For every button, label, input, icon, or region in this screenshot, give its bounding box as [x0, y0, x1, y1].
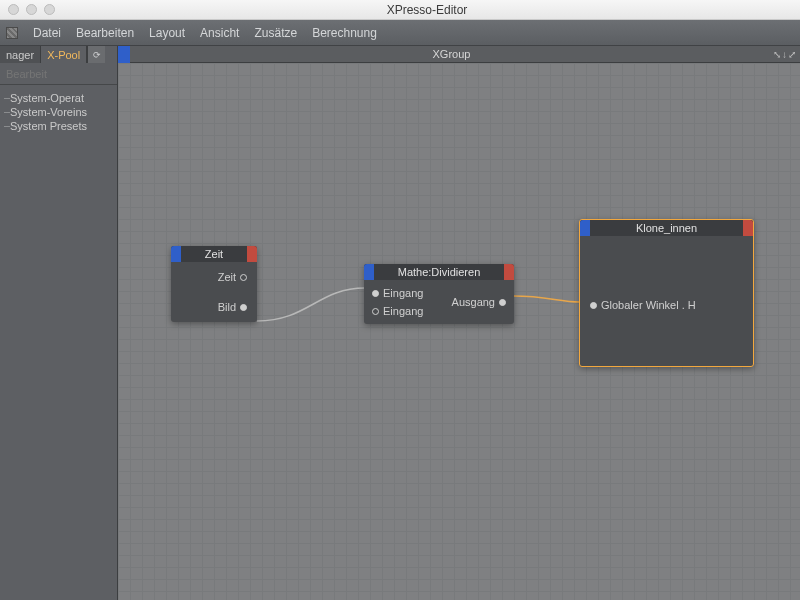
- node-output-handle[interactable]: [247, 246, 257, 262]
- menu-datei[interactable]: Datei: [33, 26, 61, 40]
- sidebar-tab-manager[interactable]: nager: [0, 46, 41, 63]
- zoom-window-button[interactable]: [44, 4, 55, 15]
- close-window-button[interactable]: [8, 4, 19, 15]
- node-klone-title: Klone_innen: [636, 222, 697, 234]
- node-mathe-title: Mathe:Dividieren: [398, 266, 481, 278]
- canvas-header-handle[interactable]: [118, 46, 130, 63]
- port-dot-icon[interactable]: [499, 299, 506, 306]
- canvas-header: XGroup ⤡ ↓ ⤢: [118, 46, 800, 63]
- node-input-handle[interactable]: [580, 220, 590, 236]
- node-zeit-title: Zeit: [205, 248, 223, 260]
- arrow-down-icon[interactable]: ↓: [782, 49, 787, 60]
- sidebar-search: 🔍: [0, 63, 117, 85]
- node-input-handle[interactable]: [171, 246, 181, 262]
- sidebar-tab-xpool[interactable]: X-Pool: [41, 46, 87, 63]
- node-klone-innen[interactable]: Klone_innen Globaler Winkel . H: [579, 219, 754, 367]
- resize-diag-icon[interactable]: ⤡: [773, 49, 781, 60]
- node-mathe-header[interactable]: Mathe:Dividieren: [364, 264, 514, 280]
- menu-bearbeiten[interactable]: Bearbeiten: [76, 26, 134, 40]
- window-titlebar: XPresso-Editor: [0, 0, 800, 20]
- sidebar-item-system-voreins[interactable]: System-Voreins: [0, 105, 117, 119]
- port-mathe-in-1[interactable]: Eingang: [368, 284, 423, 302]
- resize-diag-icon[interactable]: ⤢: [788, 49, 796, 60]
- port-dot-icon[interactable]: [372, 308, 379, 315]
- port-dot-icon[interactable]: [240, 304, 247, 311]
- canvas-title: XGroup: [130, 48, 773, 60]
- node-zeit-header[interactable]: Zeit: [171, 246, 257, 262]
- port-dot-icon[interactable]: [240, 274, 247, 281]
- main-menu: Datei Bearbeiten Layout Ansicht Zusätze …: [0, 20, 800, 46]
- sidebar-tabs: nager X-Pool ⟳: [0, 46, 117, 63]
- node-mathe-dividieren[interactable]: Mathe:Dividieren Eingang Eingang: [364, 264, 514, 324]
- menu-zusaetze[interactable]: Zusätze: [254, 26, 297, 40]
- node-canvas[interactable]: XGroup ⤡ ↓ ⤢ Zeit Zeit: [118, 46, 800, 600]
- node-zeit[interactable]: Zeit Zeit Bild: [171, 246, 257, 322]
- app-texture-icon: [6, 27, 18, 39]
- port-zeit-out-zeit[interactable]: Zeit: [177, 268, 251, 286]
- sidebar-tree: System-Operat System-Voreins System Pres…: [0, 85, 117, 139]
- node-klone-header[interactable]: Klone_innen: [580, 220, 753, 236]
- menu-layout[interactable]: Layout: [149, 26, 185, 40]
- port-zeit-out-bild[interactable]: Bild: [177, 298, 251, 316]
- sidebar-item-system-presets[interactable]: System Presets: [0, 119, 117, 133]
- minimize-window-button[interactable]: [26, 4, 37, 15]
- sidebar: nager X-Pool ⟳ 🔍 System-Operat System-Vo…: [0, 46, 118, 600]
- port-mathe-in-2[interactable]: Eingang: [368, 302, 423, 320]
- port-klone-in-winkel[interactable]: Globaler Winkel . H: [586, 296, 747, 314]
- port-dot-icon[interactable]: [372, 290, 379, 297]
- window-title: XPresso-Editor: [62, 3, 792, 17]
- node-output-handle[interactable]: [743, 220, 753, 236]
- menu-ansicht[interactable]: Ansicht: [200, 26, 239, 40]
- port-dot-icon[interactable]: [590, 302, 597, 309]
- port-mathe-out[interactable]: Ausgang: [452, 293, 510, 311]
- menu-berechnung[interactable]: Berechnung: [312, 26, 377, 40]
- sidebar-item-system-operat[interactable]: System-Operat: [0, 91, 117, 105]
- node-input-handle[interactable]: [364, 264, 374, 280]
- sidebar-tab-overflow-icon[interactable]: ⟳: [87, 46, 105, 63]
- node-output-handle[interactable]: [504, 264, 514, 280]
